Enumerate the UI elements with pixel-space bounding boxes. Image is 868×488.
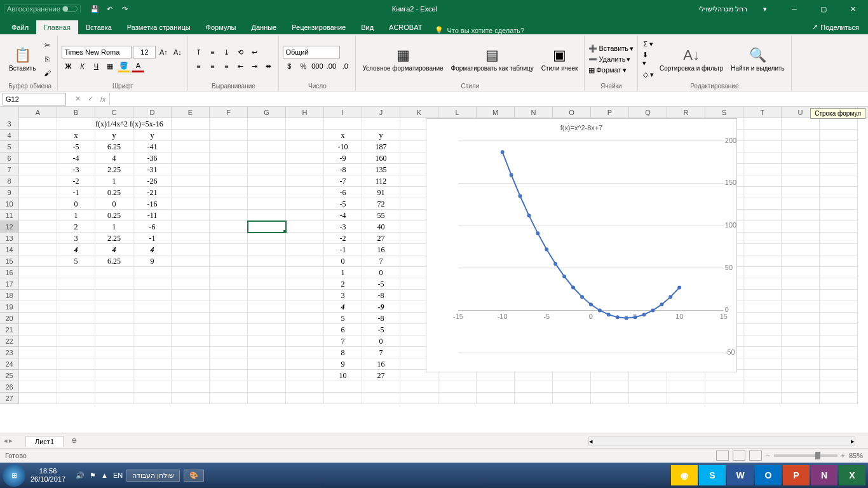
merge-icon[interactable]: ⬌: [262, 60, 275, 72]
cell[interactable]: [210, 210, 248, 221]
cell[interactable]: [172, 175, 210, 187]
cell[interactable]: -31: [133, 164, 172, 175]
row-header[interactable]: 3: [0, 118, 19, 130]
cell[interactable]: [133, 336, 172, 347]
cell[interactable]: [172, 164, 210, 175]
cell[interactable]: [172, 381, 210, 393]
cell[interactable]: [438, 393, 477, 404]
cell[interactable]: [324, 393, 362, 404]
cell[interactable]: [820, 244, 858, 255]
cell[interactable]: 1: [95, 221, 133, 233]
cell[interactable]: [782, 336, 820, 347]
cell[interactable]: [133, 267, 172, 278]
cell[interactable]: [820, 278, 858, 290]
cell[interactable]: 7: [362, 347, 400, 358]
zoom-slider[interactable]: [774, 454, 837, 457]
cell[interactable]: [286, 152, 324, 164]
cell[interactable]: [286, 324, 324, 336]
col-header[interactable]: S: [705, 107, 743, 118]
enter-formula-icon[interactable]: ✓: [84, 93, 97, 105]
cell[interactable]: [172, 141, 210, 152]
cell[interactable]: [782, 267, 820, 278]
dec-decimal-icon[interactable]: .0: [339, 60, 351, 72]
cell[interactable]: [57, 370, 95, 381]
cell[interactable]: [743, 221, 782, 233]
cell[interactable]: -6: [133, 221, 172, 233]
cell[interactable]: [782, 164, 820, 175]
sort-filter-button[interactable]: A↓Сортировка и фильтр: [657, 46, 726, 73]
cell[interactable]: [95, 370, 133, 381]
cell[interactable]: [210, 336, 248, 347]
cell[interactable]: [362, 393, 400, 404]
cell[interactable]: 2: [57, 221, 95, 233]
cell[interactable]: [95, 324, 133, 336]
cell[interactable]: [782, 347, 820, 358]
cell[interactable]: [743, 324, 782, 336]
cell[interactable]: [57, 278, 95, 290]
cell[interactable]: [248, 210, 286, 221]
cell[interactable]: [133, 393, 172, 404]
row-header[interactable]: 20: [0, 313, 19, 324]
tab-acrobat[interactable]: ACROBAT: [381, 20, 430, 34]
app-word[interactable]: W: [727, 465, 754, 485]
cell[interactable]: [19, 164, 57, 175]
cell[interactable]: [210, 221, 248, 233]
autosum-icon[interactable]: Σ ▾: [642, 37, 654, 50]
cell[interactable]: [820, 267, 858, 278]
row-header[interactable]: 22: [0, 336, 19, 347]
cell[interactable]: 55: [362, 210, 400, 221]
col-header[interactable]: C: [95, 107, 133, 118]
cell[interactable]: 3: [324, 290, 362, 301]
cell[interactable]: [743, 370, 782, 381]
taskbar-item-paint[interactable]: 🎨: [184, 470, 204, 482]
cell[interactable]: [248, 255, 286, 267]
col-header[interactable]: H: [286, 107, 324, 118]
cell[interactable]: -7: [324, 175, 362, 187]
cell[interactable]: [172, 233, 210, 244]
align-middle-icon[interactable]: ≡: [206, 46, 219, 58]
col-header[interactable]: A: [19, 107, 57, 118]
cell[interactable]: [782, 198, 820, 210]
cell[interactable]: [133, 370, 172, 381]
cell[interactable]: [248, 370, 286, 381]
tab-home[interactable]: Главная: [36, 20, 78, 34]
cell[interactable]: [743, 164, 782, 175]
add-sheet-button[interactable]: ⊕: [66, 435, 81, 447]
col-header[interactable]: P: [591, 107, 629, 118]
cell[interactable]: [705, 393, 743, 404]
cell[interactable]: [210, 278, 248, 290]
cell[interactable]: [95, 336, 133, 347]
cell[interactable]: -5: [57, 141, 95, 152]
cell[interactable]: 10: [324, 370, 362, 381]
row-header[interactable]: 21: [0, 324, 19, 336]
cell[interactable]: [19, 301, 57, 313]
underline-button[interactable]: Ч: [90, 60, 102, 72]
cell[interactable]: [172, 255, 210, 267]
cell[interactable]: [362, 118, 400, 130]
cell[interactable]: [782, 210, 820, 221]
cell[interactable]: [133, 278, 172, 290]
col-header[interactable]: G: [248, 107, 286, 118]
cell[interactable]: [743, 244, 782, 255]
cell[interactable]: [286, 393, 324, 404]
inc-decimal-icon[interactable]: .00: [325, 60, 337, 72]
cell[interactable]: [782, 187, 820, 198]
cell[interactable]: [743, 233, 782, 244]
col-header[interactable]: T: [743, 107, 782, 118]
cell[interactable]: [286, 267, 324, 278]
cell[interactable]: -8: [362, 313, 400, 324]
cell[interactable]: [743, 118, 782, 130]
cell[interactable]: [286, 347, 324, 358]
bold-button[interactable]: Ж: [62, 60, 74, 72]
cell[interactable]: [553, 381, 591, 393]
cell[interactable]: [57, 324, 95, 336]
cell[interactable]: [210, 347, 248, 358]
cell[interactable]: [782, 358, 820, 370]
cell[interactable]: [286, 221, 324, 233]
redo-icon[interactable]: ↷: [120, 4, 130, 14]
cell[interactable]: [286, 210, 324, 221]
cell[interactable]: [743, 175, 782, 187]
cell[interactable]: [248, 244, 286, 255]
delete-cells-button[interactable]: ➖ Удалить ▾: [588, 55, 634, 64]
cell[interactable]: [286, 255, 324, 267]
